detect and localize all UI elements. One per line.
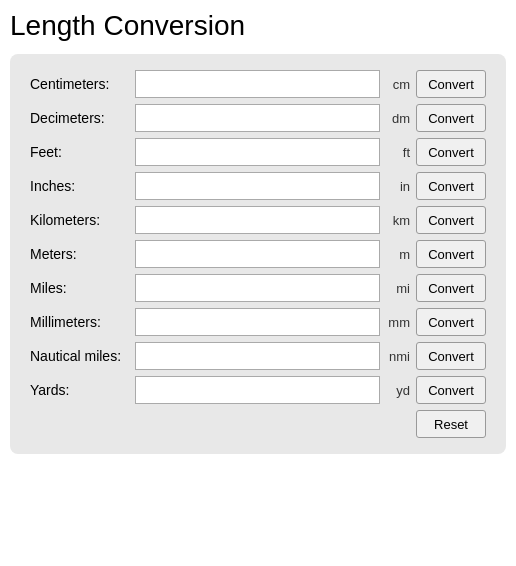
- row-miles: Miles:miConvert: [30, 274, 486, 302]
- input-inches[interactable]: [135, 172, 380, 200]
- convert-button-millimeters[interactable]: Convert: [416, 308, 486, 336]
- unit-decimeters: dm: [380, 111, 416, 126]
- unit-meters: m: [380, 247, 416, 262]
- row-meters: Meters:mConvert: [30, 240, 486, 268]
- convert-button-feet[interactable]: Convert: [416, 138, 486, 166]
- input-centimeters[interactable]: [135, 70, 380, 98]
- label-meters: Meters:: [30, 246, 135, 262]
- label-feet: Feet:: [30, 144, 135, 160]
- convert-button-meters[interactable]: Convert: [416, 240, 486, 268]
- input-kilometers[interactable]: [135, 206, 380, 234]
- input-meters[interactable]: [135, 240, 380, 268]
- unit-feet: ft: [380, 145, 416, 160]
- unit-kilometers: km: [380, 213, 416, 228]
- input-yards[interactable]: [135, 376, 380, 404]
- convert-button-kilometers[interactable]: Convert: [416, 206, 486, 234]
- input-millimeters[interactable]: [135, 308, 380, 336]
- input-feet[interactable]: [135, 138, 380, 166]
- label-nautical-miles: Nautical miles:: [30, 348, 135, 364]
- row-decimeters: Decimeters:dmConvert: [30, 104, 486, 132]
- unit-yards: yd: [380, 383, 416, 398]
- convert-button-decimeters[interactable]: Convert: [416, 104, 486, 132]
- row-millimeters: Millimeters:mmConvert: [30, 308, 486, 336]
- label-inches: Inches:: [30, 178, 135, 194]
- label-centimeters: Centimeters:: [30, 76, 135, 92]
- unit-miles: mi: [380, 281, 416, 296]
- unit-nautical-miles: nmi: [380, 349, 416, 364]
- convert-button-yards[interactable]: Convert: [416, 376, 486, 404]
- unit-inches: in: [380, 179, 416, 194]
- reset-row: Reset: [30, 410, 486, 438]
- convert-button-nautical-miles[interactable]: Convert: [416, 342, 486, 370]
- label-millimeters: Millimeters:: [30, 314, 135, 330]
- row-nautical-miles: Nautical miles:nmiConvert: [30, 342, 486, 370]
- conversion-panel: Centimeters:cmConvertDecimeters:dmConver…: [10, 54, 506, 454]
- convert-button-miles[interactable]: Convert: [416, 274, 486, 302]
- unit-centimeters: cm: [380, 77, 416, 92]
- reset-button[interactable]: Reset: [416, 410, 486, 438]
- row-kilometers: Kilometers:kmConvert: [30, 206, 486, 234]
- convert-button-inches[interactable]: Convert: [416, 172, 486, 200]
- label-decimeters: Decimeters:: [30, 110, 135, 126]
- label-yards: Yards:: [30, 382, 135, 398]
- row-inches: Inches:inConvert: [30, 172, 486, 200]
- label-kilometers: Kilometers:: [30, 212, 135, 228]
- convert-button-centimeters[interactable]: Convert: [416, 70, 486, 98]
- row-centimeters: Centimeters:cmConvert: [30, 70, 486, 98]
- label-miles: Miles:: [30, 280, 135, 296]
- input-nautical-miles[interactable]: [135, 342, 380, 370]
- input-decimeters[interactable]: [135, 104, 380, 132]
- page-title: Length Conversion: [10, 10, 506, 42]
- unit-millimeters: mm: [380, 315, 416, 330]
- row-yards: Yards:ydConvert: [30, 376, 486, 404]
- row-feet: Feet:ftConvert: [30, 138, 486, 166]
- input-miles[interactable]: [135, 274, 380, 302]
